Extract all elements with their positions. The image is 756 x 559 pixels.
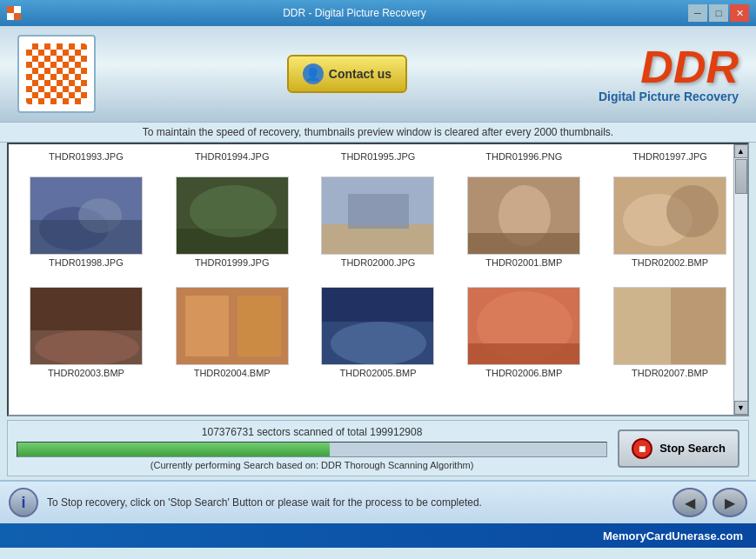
scroll-track[interactable] — [734, 158, 748, 401]
progress-scan-note: (Currently performing Search based on: D… — [17, 460, 607, 470]
thumbnail-label: THDR02005.BMP — [339, 368, 416, 378]
stop-icon: ■ — [632, 438, 652, 459]
info-message: To maintain the speed of recovery, thumb… — [143, 126, 613, 138]
titlebar: DDR - Digital Picture Recovery ─ □ ✕ — [0, 0, 756, 26]
thumbnail-grid-row3: THDR02003.BMP THDR02004.BMP THDR02005. — [9, 276, 747, 386]
photo-svg — [177, 287, 288, 365]
list-item[interactable]: THDR02007.BMP — [597, 280, 743, 382]
navigation-buttons: ◀ ▶ — [672, 488, 747, 517]
scroll-thumb[interactable] — [735, 159, 747, 194]
list-item[interactable]: THDR02006.BMP — [451, 280, 597, 382]
thumb-label-r1c2: THDR01994.JPG — [159, 150, 305, 163]
thumb-label-r1c1: THDR01993.JPG — [13, 150, 159, 163]
thumbnail-label: THDR02001.BMP — [485, 257, 562, 268]
maximize-button[interactable]: □ — [709, 4, 728, 22]
logo-checkerboard — [26, 43, 87, 104]
photo-svg — [468, 176, 579, 255]
thumbnail-label: THDR02006.BMP — [485, 368, 562, 378]
forward-button[interactable]: ▶ — [713, 488, 747, 517]
thumbnail-label: THDR02004.BMP — [194, 368, 271, 378]
thumbnail-image — [30, 176, 143, 255]
info-icon: i — [9, 488, 38, 517]
list-item[interactable]: THDR01999.JPG — [159, 170, 305, 271]
svg-rect-31 — [468, 343, 579, 365]
info-bar: To maintain the speed of recovery, thumb… — [0, 122, 756, 143]
scroll-up-arrow[interactable]: ▲ — [734, 144, 748, 158]
list-item[interactable]: THDR02000.JPG — [305, 170, 452, 271]
progress-area: 107376731 sectors scanned of total 19991… — [7, 420, 749, 476]
svg-rect-25 — [238, 296, 281, 356]
svg-rect-21 — [30, 287, 142, 330]
scrollbar[interactable]: ▲ ▼ — [733, 144, 747, 415]
thumbnail-image — [467, 287, 580, 365]
list-item[interactable]: THDR02001.BMP — [451, 170, 597, 271]
svg-point-10 — [190, 185, 277, 237]
svg-rect-13 — [348, 194, 409, 229]
app-icon — [7, 6, 21, 20]
svg-rect-1 — [14, 13, 21, 20]
list-item[interactable]: THDR01998.JPG — [13, 170, 159, 271]
svg-rect-33 — [614, 287, 671, 365]
titlebar-icon — [7, 6, 21, 20]
minimize-button[interactable]: ─ — [688, 4, 707, 22]
list-item[interactable]: THDR02002.BMP — [597, 170, 743, 271]
thumbnail-image — [613, 176, 726, 255]
stop-label: Stop Search — [659, 442, 726, 455]
thumbnails-container[interactable]: THDR01993.JPG THDR01994.JPG THDR01995.JP… — [7, 143, 749, 416]
brand-area: DDR Digital Picture Recovery — [599, 44, 739, 103]
back-button[interactable]: ◀ — [672, 488, 707, 517]
progress-sectors-text: 107376731 sectors scanned of total 19991… — [17, 426, 607, 438]
status-message: To Stop recovery, click on 'Stop Search'… — [47, 496, 664, 509]
thumb-label-r1c3: THDR01995.JPG — [305, 150, 452, 163]
svg-rect-12 — [322, 224, 433, 255]
contact-label: Contact us — [329, 67, 391, 81]
contact-button[interactable]: 👤 Contact us — [287, 55, 407, 93]
brand-ddr: DDR — [599, 44, 739, 90]
progress-info: 107376731 sectors scanned of total 19991… — [17, 426, 607, 470]
svg-rect-7 — [30, 220, 142, 255]
svg-rect-24 — [185, 296, 229, 356]
thumbnail-label: THDR02000.JPG — [341, 257, 416, 268]
brand-subtitle: Digital Picture Recovery — [599, 90, 739, 103]
svg-rect-0 — [7, 6, 14, 13]
list-item[interactable]: THDR02004.BMP — [159, 280, 305, 382]
footer: MemoryCardUnerase.com — [0, 523, 756, 548]
header: 👤 Contact us DDR Digital Picture Recover… — [0, 26, 756, 122]
list-item[interactable]: THDR02005.BMP — [305, 280, 452, 382]
thumbnail-label: THDR01999.JPG — [195, 257, 270, 268]
list-item[interactable]: THDR02003.BMP — [13, 280, 159, 382]
svg-point-28 — [331, 322, 426, 365]
stop-search-button[interactable]: ■ Stop Search — [618, 429, 739, 468]
thumb-label-r1c5: THDR01997.JPG — [597, 150, 743, 163]
photo-svg — [468, 287, 579, 365]
thumbnail-image — [176, 287, 289, 365]
photo-svg — [30, 176, 142, 255]
thumbnail-image — [613, 287, 726, 365]
svg-rect-3 — [7, 13, 14, 20]
svg-rect-2 — [14, 6, 21, 13]
thumbnail-label: THDR02002.BMP — [632, 257, 708, 268]
progress-bar-fill — [17, 443, 330, 456]
photo-svg — [614, 287, 726, 365]
logo-box — [17, 35, 96, 113]
statusbar: i To Stop recovery, click on 'Stop Searc… — [0, 480, 756, 523]
thumbnail-image — [321, 287, 434, 365]
svg-point-22 — [35, 330, 139, 365]
contact-icon: 👤 — [303, 63, 324, 84]
svg-point-19 — [666, 185, 719, 237]
svg-rect-16 — [468, 233, 579, 255]
photo-svg — [322, 287, 433, 365]
scroll-down-arrow[interactable]: ▼ — [734, 401, 748, 415]
close-button[interactable]: ✕ — [730, 4, 749, 22]
thumbnail-image — [321, 176, 434, 255]
photo-svg — [322, 176, 433, 255]
window-title: DDR - Digital Picture Recovery — [21, 7, 688, 19]
thumbnail-labels-row1: THDR01993.JPG THDR01994.JPG THDR01995.JP… — [9, 144, 747, 165]
progress-bar-container — [17, 442, 607, 457]
thumbnail-grid-row2: THDR01998.JPG THDR01999.JPG THDR02000. — [9, 165, 747, 276]
svg-rect-27 — [322, 287, 433, 322]
thumb-label-r1c4: THDR01996.PNG — [451, 150, 597, 163]
thumbnail-image — [467, 176, 580, 255]
footer-text: MemoryCardUnerase.com — [603, 529, 743, 542]
thumbnail-image — [30, 287, 143, 365]
